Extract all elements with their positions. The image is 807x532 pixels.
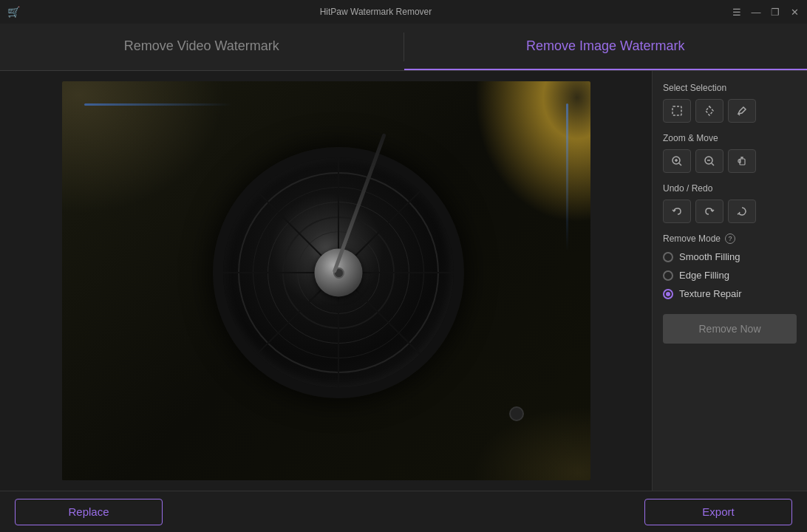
title-bar: 🛒 HitPaw Watermark Remover ☰ — ❐ ✕ (0, 0, 807, 24)
cart-area: 🛒 (7, 6, 20, 18)
main-content: Select Selection (0, 71, 807, 491)
window-controls: ☰ — ❐ ✕ (732, 7, 800, 17)
selection-tools (663, 99, 797, 123)
zoom-move-section: Zoom & Move (663, 133, 797, 173)
zoom-out-icon (704, 155, 715, 167)
texture-repair-option[interactable]: Texture Repair (663, 288, 797, 299)
right-panel: Select Selection (652, 71, 807, 491)
rect-selection-btn[interactable] (663, 99, 691, 123)
menu-icon[interactable]: ☰ (732, 7, 742, 17)
smooth-filling-option[interactable]: Smooth Filling (663, 251, 797, 262)
image-area (0, 71, 652, 491)
redo-btn[interactable] (695, 200, 723, 223)
select-selection-label: Select Selection (663, 83, 797, 93)
undo-icon (671, 205, 683, 217)
undo-redo-tools (663, 200, 797, 223)
move-btn[interactable] (728, 149, 756, 173)
image-canvas[interactable] (62, 81, 590, 480)
tab-bar: Remove Video Watermark Remove Image Wate… (0, 24, 807, 71)
lasso-icon (704, 105, 715, 117)
undo-redo-section: Undo / Redo (663, 183, 797, 223)
replace-button[interactable]: Replace (15, 499, 163, 525)
redo-icon (704, 205, 715, 217)
pen-selection-btn[interactable] (728, 99, 756, 123)
close-button[interactable]: ✕ (789, 7, 800, 17)
help-icon[interactable]: ? (725, 233, 735, 244)
cart-icon[interactable]: 🛒 (7, 6, 20, 18)
bottom-bar: Replace Export (0, 491, 807, 532)
undo-btn[interactable] (663, 200, 691, 223)
svg-line-4 (679, 163, 681, 166)
edge-filling-radio[interactable] (663, 270, 673, 281)
svg-rect-0 (672, 106, 681, 115)
zoom-in-btn[interactable] (663, 149, 691, 173)
minimize-button[interactable]: — (751, 7, 761, 17)
tab-image[interactable]: Remove Image Watermark (404, 24, 808, 70)
texture-repair-dot (666, 292, 670, 296)
smooth-filling-label: Smooth Filling (679, 251, 740, 262)
app-title: HitPaw Watermark Remover (320, 7, 432, 17)
remove-now-button[interactable]: Remove Now (663, 314, 797, 344)
pen-icon (736, 105, 748, 117)
svg-line-7 (712, 163, 714, 166)
smooth-filling-radio[interactable] (663, 252, 673, 262)
reset-btn[interactable] (728, 200, 756, 223)
zoom-tools (663, 149, 797, 173)
remove-mode-label-text: Remove Mode (663, 233, 721, 244)
reset-icon (736, 205, 748, 217)
tab-video[interactable]: Remove Video Watermark (0, 24, 404, 70)
maximize-button[interactable]: ❐ (770, 7, 780, 17)
undo-redo-label: Undo / Redo (663, 183, 797, 194)
lasso-selection-btn[interactable] (695, 99, 723, 123)
remove-mode-section: Remove Mode ? Smooth Filling Edge Fillin… (663, 233, 797, 299)
move-icon (736, 155, 748, 167)
zoom-in-icon (671, 155, 683, 167)
texture-repair-radio[interactable] (663, 289, 673, 299)
edge-filling-label: Edge Filling (679, 270, 729, 281)
edge-filling-option[interactable]: Edge Filling (663, 270, 797, 281)
zoom-move-label: Zoom & Move (663, 133, 797, 143)
remove-mode-options: Smooth Filling Edge Filling Texture Repa… (663, 251, 797, 299)
select-selection-section: Select Selection (663, 83, 797, 123)
remove-mode-header: Remove Mode ? (663, 233, 797, 244)
export-button[interactable]: Export (644, 499, 792, 525)
texture-repair-label: Texture Repair (679, 288, 742, 299)
zoom-out-btn[interactable] (695, 149, 723, 173)
rect-select-icon (671, 105, 683, 117)
